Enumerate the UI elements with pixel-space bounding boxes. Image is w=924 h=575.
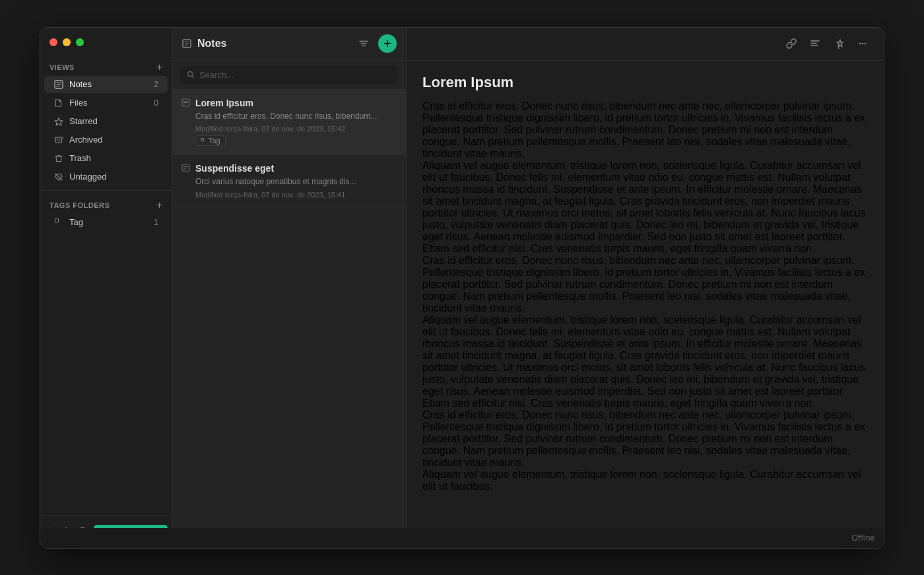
status-bar: Offline [40,528,884,548]
search-icon [187,71,195,79]
note-item-title: Suspendisse eget [195,163,274,174]
sidebar-untagged-label: Untagged [69,172,158,182]
sidebar-item-tag[interactable]: Tag 1 [44,214,168,231]
notes-list-panel: Notes + [172,28,407,548]
notes-list-header: Notes + [172,28,406,61]
trash-icon [53,153,64,164]
sidebar-item-trash[interactable]: Trash [44,150,168,167]
pin-tool-button[interactable] [828,33,849,54]
titlebar [40,28,172,57]
note-item-header: Suspendisse eget [182,163,397,174]
note-item-icon [182,98,190,107]
sidebar-files-label: Files [69,98,148,108]
minimize-button[interactable] [63,38,71,46]
note-item-header: Lorem Ipsum [182,98,397,108]
more-tool-button[interactable] [852,33,873,54]
sidebar-starred-label: Starred [69,116,158,126]
sidebar-notes-label: Notes [69,79,148,89]
editor-paragraph: Cras id efficitur eros. Donec nunc risus… [422,100,868,160]
add-view-button[interactable]: + [156,62,162,73]
sidebar: Views + Notes 2 [40,28,172,548]
editor-paragraph: Aliquam vel augue elementum, tristique l… [422,469,868,492]
editor-paragraph: Cras id efficitur eros. Donec nunc risus… [422,409,868,469]
editor-paragraph: Aliquam vel augue elementum, tristique l… [422,160,868,255]
editor-scroll-wrap: Cras id efficitur eros. Donec nunc risus… [407,100,884,548]
sidebar-divider-1 [40,190,172,191]
notes-icon [53,79,64,90]
svg-rect-5 [55,137,63,139]
sidebar-item-files[interactable]: Files 0 [44,94,168,112]
sidebar-trash-label: Trash [69,153,158,163]
offline-status: Offline [852,533,874,543]
editor-toolbar [407,28,884,61]
link-tool-button[interactable] [781,33,802,54]
sidebar-files-count: 0 [154,98,158,108]
svg-rect-27 [201,138,204,141]
svg-line-22 [192,76,194,78]
sidebar-item-archived[interactable]: Archived [44,131,168,149]
svg-rect-8 [55,219,59,222]
svg-marker-4 [55,118,63,125]
search-input[interactable] [199,70,391,80]
untagged-icon [53,172,64,182]
format-tool-button[interactable] [805,33,826,54]
add-tag-button[interactable]: + [156,200,162,211]
editor-content[interactable]: Cras id efficitur eros. Donec nunc risus… [407,100,884,548]
sidebar-item-notes[interactable]: Notes 2 [44,76,168,93]
sidebar-tag-count: 1 [154,218,158,227]
sidebar-item-starred[interactable]: Starred [44,113,168,130]
app-window: Views + Notes 2 [40,27,884,549]
note-item-title: Lorem Ipsum [195,98,253,108]
maximize-button[interactable] [76,38,84,46]
svg-point-37 [862,43,864,45]
note-item-meta: Modified terça-feira, 07 de nov. de 2023… [195,125,397,133]
editor-title: Lorem Ipsum [407,61,884,100]
editor-panel: Lorem Ipsum Cras id efficitur eros. Done… [407,28,884,548]
notes-list-header-icon [182,38,192,49]
tags-label: Tags Folders [50,201,110,209]
svg-point-38 [865,43,867,45]
views-section-header: Views + [40,57,172,75]
note-item[interactable]: Lorem Ipsum Cras id efficitur eros. Done… [172,90,406,155]
editor-paragraph: Cras id efficitur eros. Donec nunc risus… [422,255,868,314]
notes-list: Lorem Ipsum Cras id efficitur eros. Done… [172,90,406,548]
note-item-preview: Cras id efficitur eros. Donec nunc risus… [195,111,397,122]
note-tag: Tag [195,135,226,146]
files-icon [53,98,64,108]
sort-button[interactable] [354,34,373,53]
sidebar-tag-label: Tag [69,217,148,227]
new-note-button[interactable]: + [378,34,397,53]
note-item-preview: Orci varius natoque penatibus et magnis … [195,176,397,187]
svg-point-36 [859,43,861,45]
views-label: Views [50,63,75,71]
search-bar [172,61,406,90]
note-item[interactable]: Suspendisse eget Orci varius natoque pen… [172,155,406,207]
tag-icon [53,217,64,228]
notes-list-title: Notes [197,38,349,50]
sidebar-archived-label: Archived [69,135,158,145]
editor-paragraph: Aliquam vel augue elementum, tristique l… [422,314,868,409]
note-item-icon [182,164,190,172]
sidebar-item-untagged[interactable]: Untagged [44,168,168,186]
star-icon [53,116,64,127]
search-input-wrap [180,66,398,84]
tags-section-header: Tags Folders + [40,195,172,213]
close-button[interactable] [50,38,57,46]
archive-icon [53,135,64,145]
note-item-meta: Modified terça-feira, 07 de nov. de 2023… [195,191,397,199]
sidebar-notes-count: 2 [154,80,158,89]
